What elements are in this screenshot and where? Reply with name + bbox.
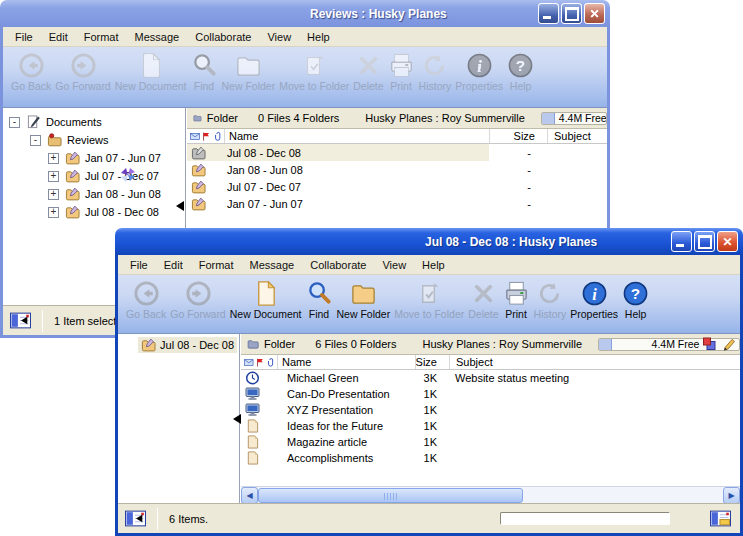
new-folder-button[interactable]: New Folder <box>220 52 278 92</box>
menu-help[interactable]: Help <box>414 257 453 273</box>
menu-message[interactable]: Message <box>127 29 188 45</box>
free-space-fill <box>542 113 555 124</box>
view-switch-icon[interactable] <box>710 510 731 527</box>
menu-file[interactable]: File <box>122 257 156 273</box>
menu-collaborate[interactable]: Collaborate <box>187 29 259 45</box>
move-to-folder-button[interactable]: Move to Folder <box>392 280 466 320</box>
move-to-folder-button[interactable]: Move to Folder <box>277 52 351 92</box>
history-button[interactable]: History <box>532 280 569 320</box>
go-back-icon <box>18 52 45 79</box>
expander[interactable]: + <box>48 171 59 182</box>
menu-file[interactable]: File <box>7 29 41 45</box>
menu-message[interactable]: Message <box>242 257 303 273</box>
menu-format[interactable]: Format <box>191 257 242 273</box>
list-item-ideas[interactable]: Ideas for the Future 1K <box>241 418 740 434</box>
pencil-icon[interactable] <box>722 337 736 351</box>
go-back-button[interactable]: Go Back <box>9 52 53 92</box>
close-button[interactable] <box>584 3 605 24</box>
expander[interactable]: - <box>30 135 41 146</box>
expander[interactable]: + <box>48 153 59 164</box>
help-button[interactable]: Help <box>505 52 536 92</box>
find-icon <box>306 280 333 307</box>
close-button[interactable] <box>717 231 738 252</box>
tree-item-documents[interactable]: - Documents <box>3 113 185 131</box>
minimize-button[interactable] <box>538 3 559 24</box>
folder-icon <box>247 338 259 350</box>
window-view-icon[interactable] <box>702 337 716 351</box>
new-document-icon <box>137 52 164 79</box>
list-item-cando-presentation[interactable]: Can-Do Presentation 1K <box>241 386 740 402</box>
column-size[interactable]: Size <box>415 355 449 369</box>
expander[interactable]: + <box>48 189 59 200</box>
column-subject[interactable]: Subject <box>449 355 740 369</box>
scrollbar-track[interactable] <box>523 487 723 503</box>
tree-item-jan07[interactable]: + Jan 07 - Jun 07 <box>3 149 185 167</box>
document-icon <box>245 419 260 433</box>
folder-info-bar: Folder 6 Files 0 Folders Husky Planes : … <box>241 334 740 355</box>
scroll-right-button[interactable]: ▶ <box>723 487 740 503</box>
help-button[interactable]: Help <box>620 280 651 320</box>
find-button[interactable]: Find <box>189 52 220 92</box>
expander[interactable]: - <box>9 117 20 128</box>
list-item-michael-green[interactable]: Michael Green 3K Website status meeting <box>241 370 740 386</box>
divider <box>42 310 43 332</box>
properties-button[interactable]: Properties <box>568 280 620 320</box>
scroll-left-button[interactable]: ◀ <box>241 487 258 503</box>
tree-item-reviews[interactable]: - Reviews <box>3 131 185 149</box>
move-to-folder-icon <box>301 52 328 79</box>
print-button[interactable]: Print <box>501 280 532 320</box>
document-icon <box>245 435 260 449</box>
maximize-button[interactable] <box>694 231 715 252</box>
menu-format[interactable]: Format <box>76 29 127 45</box>
menu-view[interactable]: View <box>259 29 299 45</box>
new-folder-button[interactable]: New Folder <box>335 280 393 320</box>
panel-toggle-icon[interactable] <box>10 312 31 329</box>
current-folder-item[interactable]: Jul 08 - Dec 08 <box>118 337 237 353</box>
column-subject[interactable]: Subject <box>547 129 607 143</box>
flag-icon <box>255 356 265 369</box>
folder-icon <box>141 338 156 352</box>
new-document-button[interactable]: New Document <box>228 280 304 320</box>
find-icon <box>191 52 218 79</box>
list-item-magazine[interactable]: Magazine article 1K <box>241 434 740 450</box>
document-icon <box>245 451 260 465</box>
history-button[interactable]: History <box>417 52 454 92</box>
delete-button[interactable]: Delete <box>466 280 500 320</box>
menu-collaborate[interactable]: Collaborate <box>302 257 374 273</box>
column-headers: Name Size Subject <box>187 129 607 144</box>
presentation-icon <box>245 403 260 417</box>
go-back-button[interactable]: Go Back <box>124 280 168 320</box>
flag-columns[interactable] <box>187 129 224 143</box>
tool-bar: Go Back Go Forward New Document Find New… <box>118 275 740 333</box>
menu-edit[interactable]: Edit <box>41 29 76 45</box>
list-item-xyz-presentation[interactable]: XYZ Presentation 1K <box>241 402 740 418</box>
reviews-titlebar[interactable]: Reviews : Husky Planes <box>0 0 610 27</box>
menu-help[interactable]: Help <box>299 29 338 45</box>
minimize-button[interactable] <box>671 231 692 252</box>
new-document-button[interactable]: New Document <box>113 52 189 92</box>
menu-view[interactable]: View <box>374 257 414 273</box>
horizontal-scrollbar[interactable]: ◀ ▶ <box>241 486 740 503</box>
find-button[interactable]: Find <box>304 280 335 320</box>
maximize-button[interactable] <box>561 3 582 24</box>
column-name[interactable]: Name <box>224 129 489 143</box>
scrollbar-thumb[interactable] <box>258 488 523 503</box>
print-button[interactable]: Print <box>386 52 417 92</box>
properties-icon <box>581 280 608 307</box>
go-forward-button[interactable]: Go Forward <box>53 52 112 92</box>
list-item-accomplishments[interactable]: Accomplishments 1K <box>241 450 740 466</box>
list-item-jul08[interactable]: Jul 08 - Dec 08 - <box>187 144 607 161</box>
juldec-window: Jul 08 - Dec 08 : Husky Planes File Edit… <box>115 228 743 536</box>
envelope-icon <box>244 356 254 369</box>
juldec-titlebar[interactable]: Jul 08 - Dec 08 : Husky Planes <box>115 228 743 255</box>
menu-edit[interactable]: Edit <box>156 257 191 273</box>
flag-columns[interactable] <box>241 355 277 369</box>
panel-toggle-icon[interactable] <box>125 510 146 527</box>
column-size[interactable]: Size <box>489 129 547 143</box>
expander[interactable]: + <box>48 207 59 218</box>
pane-collapse-arrow[interactable] <box>233 414 241 424</box>
delete-button[interactable]: Delete <box>351 52 385 92</box>
properties-button[interactable]: Properties <box>453 52 505 92</box>
go-forward-button[interactable]: Go Forward <box>168 280 227 320</box>
column-name[interactable]: Name <box>277 355 415 369</box>
